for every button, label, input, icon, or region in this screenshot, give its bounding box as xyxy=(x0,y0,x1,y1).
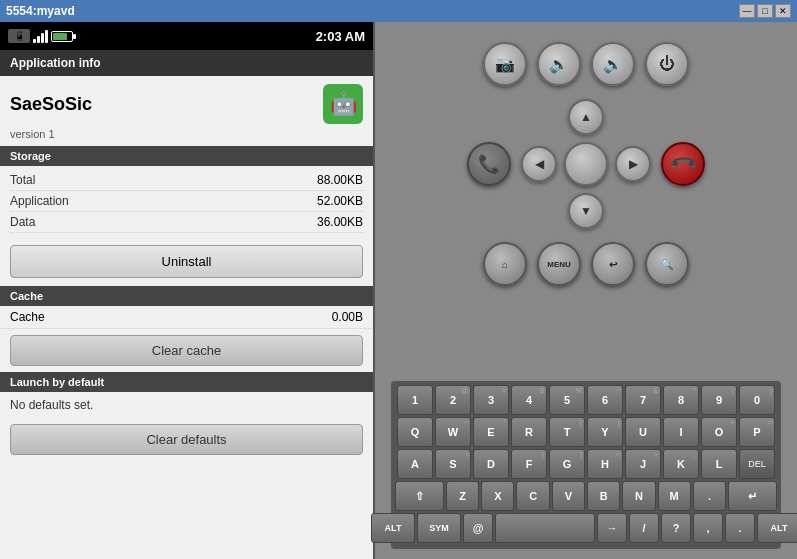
key-6[interactable]: 6^ xyxy=(587,385,623,415)
key-g[interactable]: G] xyxy=(549,449,585,479)
storage-row-data: Data 36.00KB xyxy=(10,212,363,233)
key-t[interactable]: T{ xyxy=(549,417,585,447)
window-titlebar: 5554:myavd — □ ✕ xyxy=(0,0,797,22)
at-key[interactable]: @ xyxy=(463,513,493,543)
volume-up-icon: 🔊 xyxy=(603,55,623,74)
key-d[interactable]: D xyxy=(473,449,509,479)
search-icon: 🔍 xyxy=(661,259,673,270)
alt-right-key[interactable]: ALT xyxy=(757,513,797,543)
key-s[interactable]: S\ xyxy=(435,449,471,479)
minimize-button[interactable]: — xyxy=(739,4,755,18)
key-f[interactable]: F[ xyxy=(511,449,547,479)
storage-value-application: 52.00KB xyxy=(317,194,363,208)
home-button[interactable]: ⌂ xyxy=(483,242,527,286)
key-p[interactable]: P= xyxy=(739,417,775,447)
storage-value-data: 36.00KB xyxy=(317,215,363,229)
key-v[interactable]: V xyxy=(552,481,585,511)
storage-row-application: Application 52.00KB xyxy=(10,191,363,212)
key-n[interactable]: N xyxy=(622,481,655,511)
alt-left-key[interactable]: ALT xyxy=(371,513,415,543)
keyboard-row-5: ALT SYM @ → / ? , . ALT xyxy=(395,513,777,543)
end-call-button[interactable]: 📞 xyxy=(661,142,705,186)
key-l[interactable]: L' xyxy=(701,449,737,479)
key-o[interactable]: O+ xyxy=(701,417,737,447)
volume-up-button[interactable]: 🔊 xyxy=(591,42,635,86)
key-9[interactable]: 9( xyxy=(701,385,737,415)
dpad-left-button[interactable]: ◀ xyxy=(521,146,557,182)
key-1[interactable]: 1 xyxy=(397,385,433,415)
key-0[interactable]: 0) xyxy=(739,385,775,415)
key-j[interactable]: J> xyxy=(625,449,661,479)
key-i[interactable]: I xyxy=(663,417,699,447)
slash-key[interactable]: / xyxy=(629,513,659,543)
key-5[interactable]: 5% xyxy=(549,385,585,415)
cache-label: Cache xyxy=(10,310,45,324)
end-call-icon: 📞 xyxy=(667,148,698,179)
clear-defaults-button[interactable]: Clear defaults xyxy=(10,424,363,455)
launch-section: No defaults set. Clear defaults xyxy=(0,392,373,461)
dpad-right-button[interactable]: ▶ xyxy=(615,146,651,182)
key-3[interactable]: 3# xyxy=(473,385,509,415)
dpad-center-button[interactable] xyxy=(564,142,608,186)
shift-key[interactable]: ⇧ xyxy=(395,481,444,511)
key-8[interactable]: 8* xyxy=(663,385,699,415)
back-button[interactable]: ↩ xyxy=(591,242,635,286)
key-y[interactable]: Y} xyxy=(587,417,623,447)
power-icon: ⏻ xyxy=(659,55,675,73)
space-key[interactable] xyxy=(495,513,595,543)
key-u[interactable]: U- xyxy=(625,417,661,447)
call-icon: 📞 xyxy=(478,153,500,175)
key-r[interactable]: R xyxy=(511,417,547,447)
key-x[interactable]: X xyxy=(481,481,514,511)
key-m[interactable]: M xyxy=(658,481,691,511)
app-name: SaeSoSic xyxy=(10,94,92,115)
device-controls: 📷 🔈 🔊 ⏻ 📞 ▲ ▼ ◀ ▶ xyxy=(375,22,797,559)
storage-row-total: Total 88.00KB xyxy=(10,170,363,191)
key-2[interactable]: 2@ xyxy=(435,385,471,415)
maximize-button[interactable]: □ xyxy=(757,4,773,18)
launch-section-header: Launch by default xyxy=(0,372,373,392)
key-4[interactable]: 4$ xyxy=(511,385,547,415)
keyboard-row-3: A S\ D F[ G] H< J> K; L' DEL xyxy=(395,449,777,479)
comma-key[interactable]: , xyxy=(693,513,723,543)
cache-section-header: Cache xyxy=(0,286,373,306)
back-icon: ↩ xyxy=(609,259,617,270)
key-b[interactable]: B xyxy=(587,481,620,511)
app-info-header: Application info xyxy=(0,50,373,76)
key-c[interactable]: C xyxy=(516,481,549,511)
menu-icon: MENU xyxy=(547,260,571,269)
key-k[interactable]: K; xyxy=(663,449,699,479)
key-e[interactable]: E" xyxy=(473,417,509,447)
status-bar: 📱 2:03 AM xyxy=(0,22,373,50)
key-z[interactable]: Z xyxy=(446,481,479,511)
volume-down-button[interactable]: 🔈 xyxy=(537,42,581,86)
camera-button[interactable]: 📷 xyxy=(483,42,527,86)
key-7[interactable]: 7& xyxy=(625,385,661,415)
key-h[interactable]: H< xyxy=(587,449,623,479)
window-controls: — □ ✕ xyxy=(739,4,791,18)
dpad-up-button[interactable]: ▲ xyxy=(568,99,604,135)
question-key[interactable]: ? xyxy=(661,513,691,543)
nav-row: ⌂ MENU ↩ 🔍 xyxy=(483,242,689,286)
search-button[interactable]: 🔍 xyxy=(645,242,689,286)
key-w[interactable]: W~ xyxy=(435,417,471,447)
key-q[interactable]: Q xyxy=(397,417,433,447)
key-a[interactable]: A xyxy=(397,449,433,479)
app-info-title: Application info xyxy=(10,56,101,70)
close-button[interactable]: ✕ xyxy=(775,4,791,18)
sym-key[interactable]: SYM xyxy=(417,513,461,543)
time-display: 2:03 AM xyxy=(316,29,365,44)
arrow-right-key[interactable]: → xyxy=(597,513,627,543)
uninstall-button[interactable]: Uninstall xyxy=(10,245,363,278)
power-button[interactable]: ⏻ xyxy=(645,42,689,86)
storage-label-application: Application xyxy=(10,194,69,208)
clear-cache-button[interactable]: Clear cache xyxy=(10,335,363,366)
key-period[interactable]: . xyxy=(693,481,726,511)
menu-button[interactable]: MENU xyxy=(537,242,581,286)
dot-key[interactable]: . xyxy=(725,513,755,543)
top-buttons: 📷 🔈 🔊 ⏻ xyxy=(483,42,689,86)
call-button[interactable]: 📞 xyxy=(467,142,511,186)
delete-key[interactable]: DEL xyxy=(739,449,775,479)
dpad-down-button[interactable]: ▼ xyxy=(568,193,604,229)
enter-key[interactable]: ↵ xyxy=(728,481,777,511)
